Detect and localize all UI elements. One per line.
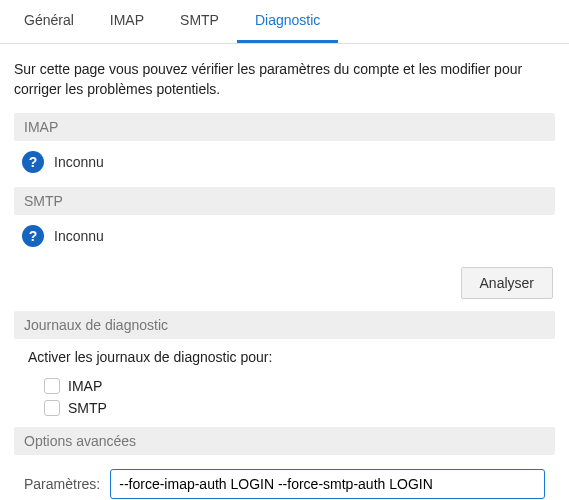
tab-diagnostic[interactable]: Diagnostic: [237, 0, 338, 43]
intro-text: Sur cette page vous pouvez vérifier les …: [14, 60, 555, 99]
logs-smtp-label: SMTP: [68, 400, 107, 416]
smtp-status-text: Inconnu: [54, 228, 104, 244]
logs-imap-checkbox[interactable]: [44, 378, 60, 394]
analyze-button[interactable]: Analyser: [461, 267, 553, 299]
tab-bar: Général IMAP SMTP Diagnostic: [0, 0, 569, 44]
question-icon: ?: [22, 225, 44, 247]
smtp-section-header: SMTP: [14, 187, 555, 215]
tab-smtp[interactable]: SMTP: [162, 0, 237, 43]
advanced-params-row: Paramètres:: [14, 455, 555, 500]
logs-imap-row: IMAP: [28, 375, 545, 397]
imap-status-text: Inconnu: [54, 154, 104, 170]
advanced-section-header: Options avancées: [14, 427, 555, 455]
logs-enable-label: Activer les journaux de diagnostic pour:: [28, 349, 545, 365]
diagnostic-panel: Sur cette page vous pouvez vérifier les …: [0, 44, 569, 500]
logs-smtp-row: SMTP: [28, 397, 545, 419]
tab-general[interactable]: Général: [6, 0, 92, 43]
tab-imap[interactable]: IMAP: [92, 0, 162, 43]
params-label: Paramètres:: [24, 476, 100, 492]
smtp-status-row: ? Inconnu: [14, 215, 555, 261]
logs-section-header: Journaux de diagnostic: [14, 311, 555, 339]
imap-section-header: IMAP: [14, 113, 555, 141]
question-icon: ?: [22, 151, 44, 173]
params-input[interactable]: [110, 469, 545, 499]
logs-smtp-checkbox[interactable]: [44, 400, 60, 416]
analyze-button-row: Analyser: [14, 261, 555, 311]
imap-status-row: ? Inconnu: [14, 141, 555, 187]
logs-imap-label: IMAP: [68, 378, 102, 394]
logs-subsection: Activer les journaux de diagnostic pour:…: [14, 339, 555, 423]
